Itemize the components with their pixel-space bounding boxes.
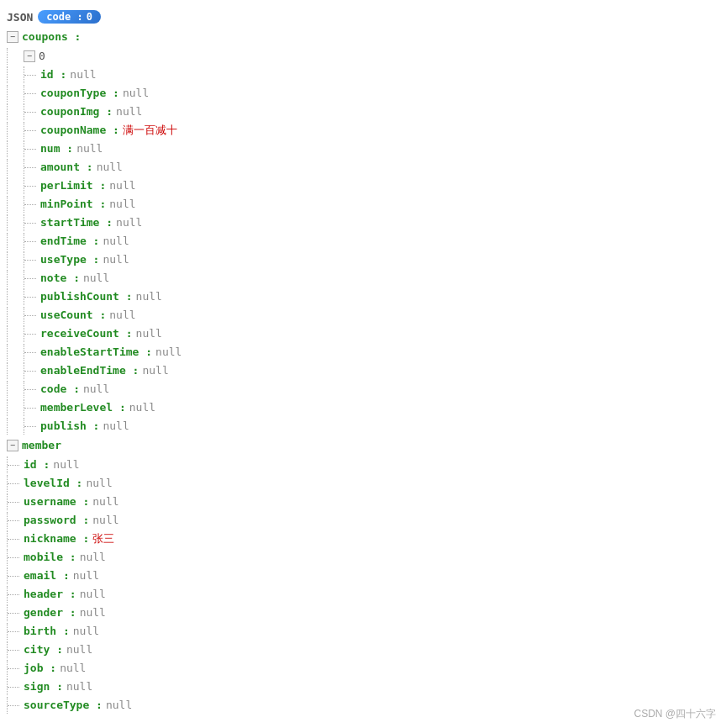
coupon-field-row: endTime : null xyxy=(7,232,719,251)
field-value: null xyxy=(70,66,96,83)
code-badge: code : 0 xyxy=(38,10,101,24)
field-value: null xyxy=(116,103,142,120)
field-key: nickname : xyxy=(24,530,89,547)
field-key: city : xyxy=(24,641,63,658)
field-value: 张三 xyxy=(92,530,114,547)
member-section: − member id : nulllevelId : nullusername… xyxy=(7,435,719,715)
field-value: null xyxy=(73,567,99,584)
json-viewer: JSON code : 0 − coupons : − 0 id : nullc… xyxy=(0,7,726,718)
field-key: sourceType : xyxy=(24,697,103,714)
field-key: password : xyxy=(24,512,89,529)
member-field-row: birth : null xyxy=(7,622,719,641)
coupon-field-row: publishCount : null xyxy=(7,288,719,306)
member-field-row: sourceType : null xyxy=(7,696,719,715)
field-value: null xyxy=(136,288,162,305)
field-value: null xyxy=(136,325,162,342)
coupons-fields: id : nullcouponType : nullcouponImg : nu… xyxy=(7,66,719,435)
field-value: null xyxy=(109,307,135,324)
field-key: couponImg : xyxy=(40,103,113,120)
field-key: id : xyxy=(24,456,50,473)
field-key: enableEndTime : xyxy=(40,362,139,379)
field-key: email : xyxy=(24,567,70,584)
field-value: null xyxy=(73,623,99,640)
field-value: null xyxy=(76,140,103,157)
field-key: sign : xyxy=(24,678,63,695)
badge-key: code : xyxy=(46,11,82,23)
field-key: levelId : xyxy=(24,475,82,492)
coupon-field-row: couponName : 满一百减十 xyxy=(7,121,719,140)
field-key: couponName : xyxy=(40,122,119,139)
field-key: header : xyxy=(24,586,76,603)
field-value: null xyxy=(83,270,109,287)
field-key: receiveCount : xyxy=(40,325,133,342)
coupon-field-row: id : null xyxy=(7,66,719,84)
field-value: null xyxy=(109,196,135,213)
field-value: null xyxy=(103,418,129,435)
coupon-field-row: memberLevel : null xyxy=(7,398,719,417)
field-key: num : xyxy=(40,140,73,157)
member-field-row: username : null xyxy=(7,493,719,511)
field-value: null xyxy=(53,456,79,473)
coupon-field-row: startTime : null xyxy=(7,214,719,232)
coupon-field-row: couponType : null xyxy=(7,84,719,103)
coupons-index-label: 0 xyxy=(39,48,45,65)
field-value: null xyxy=(142,362,168,379)
coupons-toggle[interactable]: − xyxy=(7,31,18,43)
field-value: null xyxy=(80,549,106,566)
field-key: note : xyxy=(40,270,80,287)
field-value: null xyxy=(83,381,109,398)
field-key: birth : xyxy=(24,623,70,640)
field-value: null xyxy=(97,159,123,176)
field-value: null xyxy=(86,475,112,492)
field-key: perLimit : xyxy=(40,177,106,194)
coupons-index-toggle[interactable]: − xyxy=(24,50,35,62)
field-value: null xyxy=(123,85,149,102)
member-field-row: email : null xyxy=(7,567,719,585)
member-label: member xyxy=(22,436,61,455)
member-field-row: sign : null xyxy=(7,678,719,696)
field-key: enableStartTime : xyxy=(40,344,152,361)
member-field-row: city : null xyxy=(7,641,719,659)
member-fields: id : nulllevelId : nullusername : nullpa… xyxy=(7,456,719,715)
field-value: null xyxy=(116,214,142,231)
field-value: null xyxy=(66,678,92,695)
coupon-field-row: publish : null xyxy=(7,417,719,435)
json-label: JSON xyxy=(7,11,33,24)
field-value: null xyxy=(92,512,118,529)
coupon-field-row: num : null xyxy=(7,140,719,158)
field-key: startTime : xyxy=(40,214,113,231)
member-header: − member xyxy=(7,435,719,456)
member-field-row: levelId : null xyxy=(7,474,719,493)
field-value: null xyxy=(109,177,135,194)
field-key: endTime : xyxy=(40,233,99,250)
field-key: amount : xyxy=(40,159,93,176)
member-field-row: job : null xyxy=(7,659,719,678)
coupon-field-row: useCount : null xyxy=(7,306,719,324)
coupons-header: − coupons : xyxy=(7,27,719,47)
field-value: null xyxy=(103,251,129,268)
field-key: code : xyxy=(40,381,80,398)
field-key: id : xyxy=(40,66,66,83)
field-value: null xyxy=(103,233,129,250)
coupon-field-row: enableEndTime : null xyxy=(7,361,719,380)
coupons-label: coupons : xyxy=(22,28,81,46)
coupon-field-row: note : null xyxy=(7,269,719,288)
field-key: useCount : xyxy=(40,307,106,324)
field-key: publish : xyxy=(40,418,99,435)
watermark: CSDN @四十六字 xyxy=(634,707,716,721)
member-toggle[interactable]: − xyxy=(7,440,18,451)
field-value: null xyxy=(80,604,106,621)
field-key: username : xyxy=(24,493,89,510)
field-value: 满一百减十 xyxy=(123,122,177,139)
coupons-section: − coupons : − 0 id : nullcouponType : nu… xyxy=(7,27,719,435)
field-value: null xyxy=(80,586,106,603)
field-value: null xyxy=(66,641,92,658)
coupon-field-row: amount : null xyxy=(7,158,719,177)
coupon-field-row: code : null xyxy=(7,380,719,398)
field-key: publishCount : xyxy=(40,288,133,305)
coupon-field-row: minPoint : null xyxy=(7,195,719,214)
field-value: null xyxy=(60,660,86,677)
member-field-row: header : null xyxy=(7,585,719,604)
field-key: memberLevel : xyxy=(40,399,126,416)
field-key: minPoint : xyxy=(40,196,106,213)
